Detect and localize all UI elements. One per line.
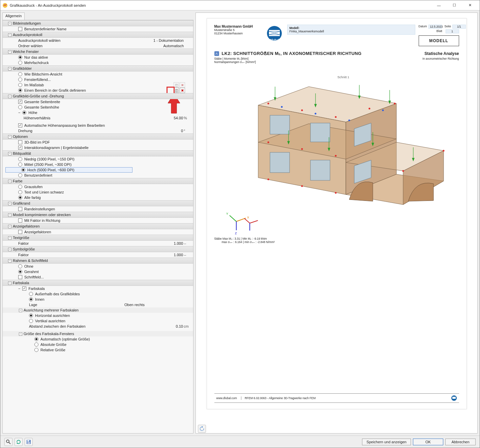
collapse-icon[interactable]: − [8,22,11,25]
value[interactable]: 1 - Dokumentation [124,38,192,42]
clear-area-icon[interactable]: ✖ [180,88,185,93]
row-gesamte-hoehe[interactable]: Gesamte Seitenhöhe [3,104,193,110]
group-grafikbilder[interactable]: − Grafikbilder [3,65,193,71]
row-3d-pdf[interactable]: 3D-Bild im PDF [3,140,193,145]
value[interactable]: 1.000 [151,241,184,245]
preview-scroll[interactable]: Max Mustermann GmbH Musterstraße 5 01234… [196,13,477,424]
row-alle-farbig[interactable]: Alle farbig [3,195,193,200]
row-graustufen[interactable]: Graustufen [3,184,193,189]
group-grafikrand[interactable]: − Grafikrand [3,200,193,206]
row-symbolgroesse-faktor[interactable]: Faktor 1.000 -- [3,252,193,258]
collapse-icon[interactable]: − [8,67,11,70]
row-interaktionsdiagramm[interactable]: Interaktionsdiagramm | Ergebnistabelle [3,145,193,150]
value[interactable]: 0 [151,129,184,133]
save-and-show-button[interactable]: Speichern und anzeigen [362,439,411,445]
group-textgroesse[interactable]: − Textgröße [3,235,193,241]
value[interactable]: Automatisch [124,44,192,48]
radio[interactable] [18,83,22,87]
row-bq-niedrig[interactable]: Niedrig (1000 Pixel, ~150 DPI) [3,156,193,162]
group-komprimieren[interactable]: − Modell komprimieren oder strecken [3,212,193,218]
group-optionen[interactable]: − Optionen [3,133,193,140]
value[interactable]: 54.00 [151,116,184,120]
radio[interactable] [18,61,22,65]
radio[interactable] [18,162,22,167]
row-drehung[interactable]: Drehung 0 ° [3,128,193,133]
group-bildeinstellungen[interactable]: − Bildeinstellungen [3,20,193,26]
row-relative-groesse[interactable]: Relative Größe [3,347,193,353]
row-auto-hoehe[interactable]: Automatische Höhenanpassung beim Bearbei… [3,123,193,128]
collapse-icon[interactable]: − [19,309,22,312]
checkbox[interactable] [18,275,22,279]
radio[interactable] [34,342,38,347]
radio[interactable] [29,297,33,301]
row-absolute-groesse[interactable]: Absolute Größe [3,342,193,347]
radio[interactable] [18,264,22,268]
ok-button[interactable]: OK [413,439,443,445]
refresh-button[interactable] [198,425,206,433]
row-randeinstellungen[interactable]: Randeinstellungen [3,206,193,212]
group-anzeigefaktoren[interactable]: − Anzeigefaktoren [3,223,193,229]
group-farbe[interactable]: − Farbe [3,178,193,184]
save-settings-button[interactable] [25,438,33,446]
row-farbskala-chk[interactable]: − Farbskala [3,286,193,291]
row-bq-mittel[interactable]: Mittel (2500 Pixel, ~300 DPI) [3,162,193,167]
value[interactable]: Oben rechts [124,303,192,307]
row-ohne[interactable]: Ohne [3,264,193,269]
row-ausserhalb[interactable]: Außerhalb des Grafikbildes [3,291,193,297]
sub-groesse-fenster[interactable]: − Größe des Farbskala-Fensters [3,331,193,336]
row-textgroesse-faktor[interactable]: Faktor 1.000 -- [3,241,193,246]
sub-ausrichtung[interactable]: − Ausrichtung mehrerer Farbskalen [3,307,193,313]
help-button[interactable] [4,438,12,446]
row-text-schwarz[interactable]: Text und Linien schwarz [3,189,193,195]
row-gerahmt[interactable]: Gerahmt [3,269,193,274]
collapse-icon[interactable]: − [8,236,11,240]
collapse-icon[interactable]: − [18,111,20,115]
collapse-icon[interactable]: − [8,248,11,251]
row-horizontal[interactable]: Horizontal ausrichten [3,313,193,318]
collapse-icon[interactable]: − [18,287,20,291]
radio[interactable] [29,292,33,296]
radio[interactable] [18,157,22,161]
group-rahmen[interactable]: − Rahmen & Schriftfeld [3,258,193,264]
minimize-button[interactable]: — [431,0,447,10]
checkbox[interactable] [22,287,26,291]
radio[interactable] [29,313,33,318]
group-farbskala[interactable]: − Farbskala [3,280,193,286]
radio[interactable] [18,88,22,92]
row-wie-bildschirm[interactable]: Wie Bildschirm-Ansicht [3,71,193,77]
radio[interactable] [22,111,26,115]
radio[interactable] [18,105,22,109]
row-abstand[interactable]: Abstand zwischen den Farbskalen 0.10 cm [3,324,193,329]
tab-allgemein[interactable]: Allgemein [2,12,25,20]
value[interactable]: 1.000 [151,253,184,257]
radio[interactable] [34,348,38,352]
radio[interactable] [18,55,22,59]
radio[interactable] [18,185,22,189]
collapse-icon[interactable]: − [8,180,11,183]
checkbox[interactable] [18,123,22,127]
group-ausdruckprotokoll[interactable]: − Ausdruckprotokoll [3,32,193,38]
row-bq-benutzerdef[interactable]: Benutzerdefiniert [3,173,193,178]
row-schriftfeld[interactable]: Schriftfeld... [3,274,193,280]
reset-button[interactable] [14,438,23,446]
checkbox[interactable] [18,27,22,31]
row-protokoll-wahlen[interactable]: Ausdruckprotokoll wählen 1 - Dokumentati… [3,38,193,43]
row-lage[interactable]: Lage Oben rechts [3,302,193,307]
collapse-icon[interactable]: − [8,135,11,139]
radio[interactable] [18,72,22,76]
row-nur-aktive[interactable]: Nur das aktive [3,55,193,60]
row-vertikal[interactable]: Vertikal ausrichten [3,318,193,324]
checkbox[interactable] [18,218,22,222]
radio[interactable] [18,78,22,82]
collapse-icon[interactable]: − [19,332,22,336]
row-anzeigefaktoren[interactable]: Anzeigefaktoren [3,229,193,235]
row-bq-hoch-selected[interactable]: Hoch (5000 Pixel, ~600 DPI) [5,167,132,173]
group-symbolgroesse[interactable]: − Symbolgröße [3,246,193,252]
collapse-icon[interactable]: − [8,33,11,37]
settings-tree[interactable]: − Bildeinstellungen Benutzerdefinierter … [2,20,193,434]
radio[interactable] [34,337,38,341]
radio[interactable] [18,190,22,194]
group-welche-fenster[interactable]: − Welche Fenster [3,49,193,55]
define-area-icon[interactable]: ◫ [174,88,179,93]
radio[interactable] [18,173,22,177]
